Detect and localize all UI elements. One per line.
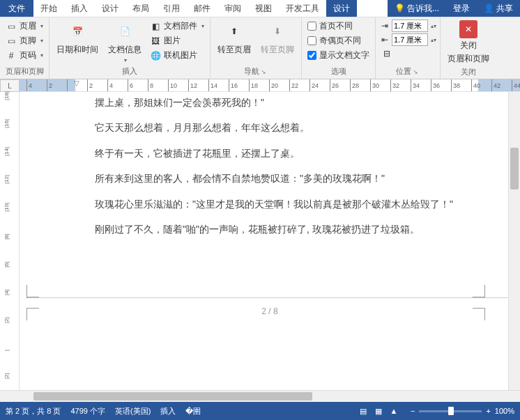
ruler-tick: 12 bbox=[188, 79, 197, 92]
menu-file[interactable]: 文件 bbox=[0, 0, 33, 17]
page-number-icon: # bbox=[6, 50, 17, 61]
header-distance-input[interactable] bbox=[392, 20, 428, 32]
status-page[interactable]: 第 2 页，共 8 页 bbox=[6, 406, 61, 417]
show-doc-text-input[interactable] bbox=[307, 51, 316, 60]
ruler-tick: 22 bbox=[289, 79, 298, 92]
zoom-control: − + 100% bbox=[411, 407, 514, 415]
diff-first-input[interactable] bbox=[307, 22, 316, 31]
online-picture-label: 联机图片 bbox=[164, 49, 197, 61]
page-number-button[interactable]: #页码▾ bbox=[3, 48, 46, 63]
menu-home[interactable]: 开始 bbox=[33, 0, 64, 17]
indent-marker[interactable]: ▽ bbox=[74, 79, 79, 87]
menu-layout[interactable]: 布局 bbox=[125, 0, 156, 17]
menu-developer[interactable]: 开发工具 bbox=[279, 0, 326, 17]
docparts-button[interactable]: ◧文档部件▾ bbox=[147, 19, 207, 33]
zoom-slider-thumb[interactable] bbox=[448, 407, 454, 415]
picture-label: 图片 bbox=[164, 35, 181, 47]
close-header-footer-button[interactable]: ✕ 关闭 页眉和页脚 bbox=[443, 19, 494, 66]
diff-odd-even-checkbox[interactable]: 奇偶页不同 bbox=[305, 33, 372, 48]
footer-button[interactable]: ▭页脚▾ bbox=[3, 33, 46, 48]
group-label: 导航 ↘ bbox=[213, 65, 298, 77]
show-doc-text-checkbox[interactable]: 显示文档文字 bbox=[305, 48, 372, 63]
ribbon-group-nav: ⬆转至页眉 ⬇转至页脚 导航 ↘ bbox=[211, 17, 302, 79]
close-label-2: 页眉和页脚 bbox=[448, 53, 489, 65]
scroll-spacer bbox=[0, 391, 20, 402]
menu-mailings[interactable]: 邮件 bbox=[187, 0, 217, 17]
vertical-scrollbar[interactable] bbox=[508, 92, 520, 390]
zoom-slider[interactable] bbox=[419, 410, 482, 412]
header-button[interactable]: ▭页眉▾ bbox=[3, 19, 46, 33]
horizontal-scrollbar[interactable] bbox=[20, 391, 520, 402]
menu-view[interactable]: 视图 bbox=[248, 0, 279, 17]
align-tab-icon: ⊟ bbox=[381, 48, 392, 59]
tell-me[interactable]: 💡告诉我... bbox=[388, 0, 446, 17]
close-icon: ✕ bbox=[459, 20, 477, 38]
datetime-button[interactable]: 📅日期和时间 bbox=[52, 19, 102, 57]
paragraph[interactable]: 终于有一天，它被插进了花瓶里，还摆上了桌。 bbox=[95, 146, 485, 161]
zoom-out-button[interactable]: − bbox=[411, 407, 415, 415]
login-button[interactable]: 登录 bbox=[446, 0, 477, 17]
align-tab-button[interactable]: ⊟ bbox=[378, 47, 437, 61]
group-label: 插入 bbox=[52, 65, 207, 77]
footer-distance-input[interactable] bbox=[392, 33, 428, 46]
spinner-icon[interactable]: ▴▾ bbox=[431, 23, 436, 29]
docinfo-button[interactable]: 📄文档信息▾ bbox=[104, 19, 146, 65]
dropdown-icon: ▾ bbox=[40, 38, 43, 44]
menu-context-design[interactable]: 设计 bbox=[326, 0, 357, 17]
online-picture-button[interactable]: 🌐联机图片 bbox=[147, 48, 207, 63]
menu-review[interactable]: 审阅 bbox=[217, 0, 248, 17]
scrollbar-thumb[interactable] bbox=[33, 392, 312, 400]
dialog-launcher[interactable]: ↘ bbox=[411, 68, 420, 75]
horizontal-ruler[interactable]: ▽ 42246810121416182022242628303234363840… bbox=[20, 79, 520, 92]
menu-design[interactable]: 设计 bbox=[95, 0, 125, 17]
ruler-tick: 4 bbox=[26, 79, 32, 92]
status-language[interactable]: 英语(美国) bbox=[115, 406, 151, 417]
ruler-tick: |6| bbox=[3, 261, 10, 267]
document-page[interactable]: 摆上桌，那姐妹们一定会羡慕死我的！" 它天天那么想着，月月那么想着，年年这么想着… bbox=[20, 92, 520, 390]
view-web-layout[interactable]: ▲ bbox=[387, 405, 401, 417]
diff-first-label: 首页不同 bbox=[319, 20, 353, 32]
page-corner-mark bbox=[26, 308, 39, 320]
ruler-tick: 36 bbox=[431, 79, 440, 92]
status-words[interactable]: 4799 个字 bbox=[70, 406, 105, 417]
menu-references[interactable]: 引用 bbox=[156, 0, 187, 17]
vertical-ruler[interactable]: |18||16||14||12||10||8||6||4||2|||2| bbox=[0, 92, 20, 390]
page-corner-mark bbox=[473, 285, 485, 297]
ruler-corner[interactable]: L bbox=[0, 79, 20, 92]
ruler-tick: 26 bbox=[330, 79, 339, 92]
diff-first-checkbox[interactable]: 首页不同 bbox=[305, 19, 372, 33]
picture-button[interactable]: 🖼图片 bbox=[147, 33, 207, 48]
workarea: |18||16||14||12||10||8||6||4||2|||2| 摆上桌… bbox=[0, 92, 520, 390]
zoom-value[interactable]: 100% bbox=[495, 407, 514, 415]
page-number-display[interactable]: 2 / 8 bbox=[20, 306, 520, 316]
header-dist-icon: ⇥ bbox=[379, 20, 390, 31]
ribbon-group-insert: 📅日期和时间 📄文档信息▾ ◧文档部件▾ 🖼图片 🌐联机图片 插入 bbox=[49, 17, 211, 79]
view-read-mode[interactable]: ▤ bbox=[356, 405, 370, 417]
goto-header-button[interactable]: ⬆转至页眉 bbox=[213, 19, 255, 57]
scrollbar-thumb[interactable] bbox=[510, 148, 519, 189]
paragraph[interactable]: 所有来到这里的客人，都会情不自禁地赞叹道："多美的玫瑰花啊！" bbox=[95, 171, 485, 186]
ruler-tick: 30 bbox=[370, 79, 379, 92]
header-distance-spinner[interactable]: ⇥▴▾ bbox=[378, 19, 437, 33]
ruler-tick: 42 bbox=[491, 79, 500, 92]
paragraph[interactable]: 摆上桌，那姐妹们一定会羡慕死我的！" bbox=[95, 95, 485, 110]
paragraph[interactable]: 刚刚过了不久，随着"啪"的一声响，花瓶被打碎了, 玫瑰花被扔进了垃圾箱。 bbox=[95, 221, 485, 237]
show-doc-text-label: 显示文档文字 bbox=[319, 49, 369, 61]
status-insert-mode[interactable]: 插入 bbox=[160, 406, 176, 417]
footer-distance-spinner[interactable]: ⇤▴▾ bbox=[378, 33, 437, 47]
zoom-in-button[interactable]: + bbox=[486, 407, 490, 415]
dialog-launcher[interactable]: ↘ bbox=[259, 68, 268, 75]
ruler-tick: 8 bbox=[148, 79, 153, 92]
header-icon: ▭ bbox=[6, 21, 17, 32]
paragraph[interactable]: 它天天那么想着，月月那么想着，年年这么想着。 bbox=[95, 120, 485, 135]
spinner-icon[interactable]: ▴▾ bbox=[431, 37, 436, 43]
status-track[interactable]: �圉 bbox=[185, 406, 201, 417]
ribbon-group-options: 首页不同 奇偶页不同 显示文档文字 选项 bbox=[302, 17, 376, 79]
paragraph[interactable]: 玫瑰花心里乐滋滋的："这里才是我的天堂啊！我以前真是被那个破灌木丛给毁了！" bbox=[95, 196, 485, 212]
goto-footer-label: 转至页脚 bbox=[261, 44, 294, 56]
goto-footer-button[interactable]: ⬇转至页脚 bbox=[257, 19, 298, 57]
share-button[interactable]: 👤共享 bbox=[477, 0, 520, 17]
diff-odd-even-input[interactable] bbox=[307, 36, 316, 45]
view-print-layout[interactable]: ▦ bbox=[372, 405, 385, 417]
menu-insert[interactable]: 插入 bbox=[64, 0, 95, 17]
